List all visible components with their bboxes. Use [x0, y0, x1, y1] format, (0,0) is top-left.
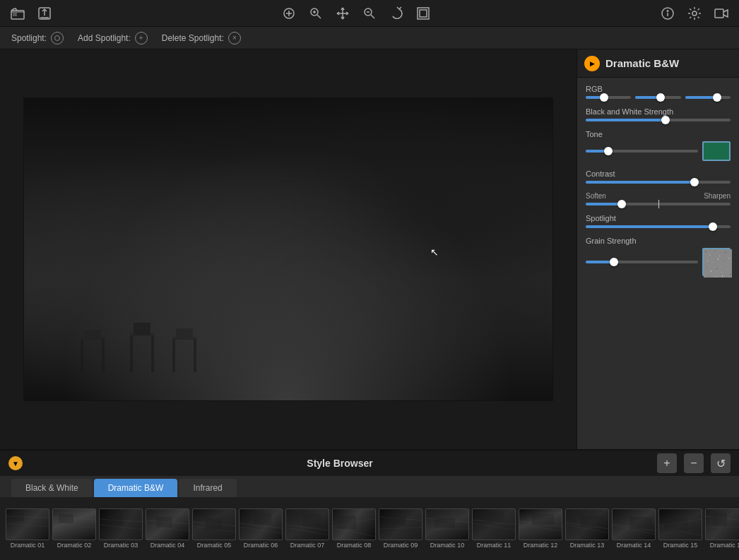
svg-rect-31: [712, 262, 714, 263]
list-item[interactable]: Dramatic 09: [379, 508, 422, 549]
svg-rect-38: [721, 272, 722, 273]
svg-rect-11: [715, 9, 723, 18]
bottom-header: ▼ Style Browser + − ↺: [0, 451, 739, 476]
bw-strength-label: Black and White Strength: [586, 107, 731, 116]
add-spotlight-control[interactable]: Add Spotlight: +: [78, 32, 148, 44]
settings-icon[interactable]: [684, 4, 705, 23]
list-item[interactable]: Dramatic 01: [6, 508, 49, 549]
collapse-button[interactable]: ▼: [8, 456, 23, 470]
rgb-b-slider[interactable]: [685, 96, 731, 99]
info-icon[interactable]: [657, 4, 678, 23]
svg-rect-19: [134, 323, 150, 335]
soften-slider[interactable]: [586, 203, 731, 205]
svg-line-63: [286, 528, 329, 535]
list-item: Dramatic 06: [244, 542, 278, 549]
svg-rect-34: [728, 258, 729, 259]
main-image: ↖: [23, 97, 553, 401]
list-item[interactable]: Dramatic 07: [285, 508, 329, 549]
svg-rect-12: [81, 337, 83, 372]
svg-rect-49: [59, 514, 73, 523]
bottom-actions: + − ↺: [657, 453, 731, 473]
grain-texture-swatch[interactable]: [702, 248, 731, 276]
svg-rect-70: [386, 517, 406, 525]
spotlight-slider[interactable]: [586, 225, 731, 228]
svg-rect-40: [709, 275, 709, 276]
rgb-sliders: [586, 96, 731, 99]
svg-point-9: [667, 10, 668, 11]
list-item[interactable]: Dramatic 03: [99, 508, 143, 549]
video-icon[interactable]: [711, 4, 732, 23]
list-item[interactable]: Dramatic 06: [239, 508, 283, 549]
rotate-icon[interactable]: [386, 4, 407, 23]
zoom-out-icon[interactable]: [359, 4, 380, 23]
svg-rect-46: [10, 513, 24, 521]
list-item[interactable]: Dramatic 12: [519, 508, 562, 549]
rgb-r-slider[interactable]: [586, 96, 631, 99]
tone-label: Tone: [586, 130, 731, 138]
svg-rect-26: [709, 254, 710, 256]
style-tab-0[interactable]: Black & White: [11, 479, 93, 497]
soften-slider-container: [586, 203, 731, 205]
svg-rect-76: [483, 513, 504, 523]
spotlight-slider-control: Spotlight: [586, 214, 731, 228]
svg-rect-79: [532, 514, 554, 525]
list-item: Dramatic 13: [570, 542, 605, 549]
image-panel: ↖: [0, 49, 577, 449]
svg-rect-64: [302, 514, 321, 527]
list-item: Dramatic 14: [617, 542, 651, 549]
contrast-slider[interactable]: [586, 181, 731, 184]
list-item[interactable]: Dramatic 14: [612, 508, 656, 549]
delete-spotlight-label: Delete Spotlight:: [162, 33, 224, 43]
delete-spotlight-icon: ×: [228, 32, 241, 44]
zoom-in-icon[interactable]: [305, 4, 326, 23]
bw-strength-control: Black and White Strength: [586, 107, 731, 121]
tone-color-swatch[interactable]: [702, 141, 731, 161]
rgb-g-slider[interactable]: [635, 96, 680, 99]
refresh-style-button[interactable]: ↺: [711, 453, 731, 473]
tone-control: Tone: [586, 130, 731, 161]
style-tab-2[interactable]: Infrared: [179, 479, 236, 497]
svg-line-69: [379, 528, 422, 529]
list-item[interactable]: Dramatic 05: [192, 508, 236, 549]
list-item[interactable]: Dramatic 15: [658, 508, 702, 549]
delete-spotlight-control[interactable]: Delete Spotlight: ×: [162, 32, 241, 44]
folder-icon[interactable]: [7, 4, 28, 23]
svg-line-48: [53, 524, 96, 528]
sharpen-labels: Soften Sharpen: [586, 192, 731, 200]
play-button[interactable]: ▶: [584, 56, 600, 71]
bw-strength-slider[interactable]: [586, 119, 731, 121]
export-icon[interactable]: [34, 4, 55, 23]
style-tab-1[interactable]: Dramatic B&W: [94, 479, 178, 497]
svg-rect-73: [434, 518, 455, 528]
list-item: Dramatic 07: [290, 542, 325, 549]
list-item[interactable]: Dramatic 04: [146, 508, 189, 549]
panel-title: Dramatic B&W: [605, 57, 679, 69]
list-item: Dramatic 08: [337, 542, 372, 549]
grain-slider[interactable]: [586, 261, 698, 263]
spotlight-slider-container: [586, 225, 731, 228]
svg-line-75: [473, 523, 516, 530]
center-line: [658, 200, 659, 208]
tone-row: [586, 141, 731, 161]
remove-style-button[interactable]: −: [684, 453, 704, 473]
svg-rect-88: [664, 518, 688, 531]
list-item[interactable]: Dramatic 13: [565, 508, 609, 549]
svg-rect-52: [107, 516, 123, 525]
add-style-button[interactable]: +: [657, 453, 677, 473]
soften-label: Soften: [586, 192, 606, 200]
list-item[interactable]: Dramatic 10: [425, 508, 469, 549]
list-item[interactable]: Dramatic 16: [705, 508, 739, 549]
tone-slider[interactable]: [586, 150, 698, 153]
svg-rect-23: [176, 328, 193, 338]
svg-rect-24: [704, 249, 732, 278]
crop-icon[interactable]: [278, 4, 300, 23]
thumbnails-bar: Dramatic 01 Dramatic 02 Dramatic 03 Dram…: [0, 497, 739, 560]
list-item[interactable]: Dramatic 08: [332, 508, 376, 549]
frame-icon[interactable]: [413, 4, 434, 23]
spotlight-control[interactable]: Spotlight:: [11, 32, 64, 44]
list-item[interactable]: Dramatic 11: [472, 508, 516, 549]
rgb-label: RGB: [586, 85, 731, 93]
toolbar-left: [7, 4, 55, 23]
move-icon[interactable]: [332, 4, 353, 23]
list-item[interactable]: Dramatic 02: [52, 508, 96, 549]
